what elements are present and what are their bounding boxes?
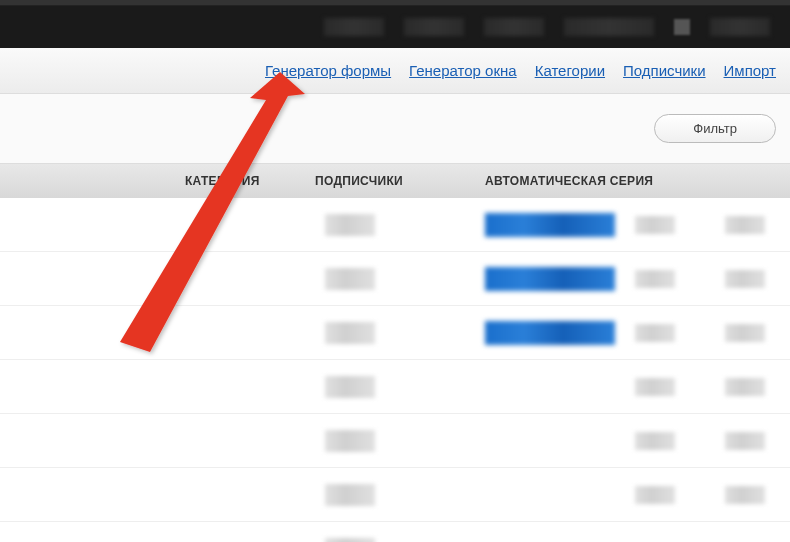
- table-row: [0, 522, 790, 542]
- header-blurred-item: [324, 18, 384, 36]
- blurred-cell: [635, 270, 675, 288]
- secondary-nav: Генератор формы Генератор окна Категории…: [0, 48, 790, 94]
- nav-link-window-generator[interactable]: Генератор окна: [409, 62, 517, 79]
- filter-bar: Фильтр: [0, 94, 790, 164]
- blurred-cell: [325, 430, 375, 452]
- blurred-cell: [635, 432, 675, 450]
- blurred-cell: [635, 216, 675, 234]
- app-header-dark: [0, 6, 790, 48]
- table-header-auto-series: АВТОМАТИЧЕСКАЯ СЕРИЯ: [485, 174, 790, 188]
- table-row: [0, 414, 790, 468]
- nav-link-form-generator[interactable]: Генератор формы: [265, 62, 391, 79]
- header-blurred-item: [404, 18, 464, 36]
- table-row: [0, 252, 790, 306]
- blurred-cell: [725, 486, 765, 504]
- table-header-category: КАТЕГОРИЯ: [185, 174, 315, 188]
- blurred-cell: [725, 378, 765, 396]
- header-blurred-item: [484, 18, 544, 36]
- blurred-cell: [725, 216, 765, 234]
- blurred-cell-blue: [485, 321, 615, 345]
- table-row: [0, 198, 790, 252]
- blurred-cell: [635, 324, 675, 342]
- table-header-subscribers: ПОДПИСЧИКИ: [315, 174, 485, 188]
- blurred-cell: [635, 378, 675, 396]
- blurred-cell: [725, 270, 765, 288]
- blurred-cell: [635, 486, 675, 504]
- blurred-cell: [325, 376, 375, 398]
- nav-link-categories[interactable]: Категории: [535, 62, 605, 79]
- blurred-cell: [725, 324, 765, 342]
- blurred-cell: [325, 268, 375, 290]
- filter-button[interactable]: Фильтр: [654, 114, 776, 143]
- header-blurred-item: [710, 18, 770, 36]
- blurred-cell-blue: [485, 213, 615, 237]
- header-blurred-item: [564, 18, 654, 36]
- blurred-cell: [325, 322, 375, 344]
- table-header-row: КАТЕГОРИЯ ПОДПИСЧИКИ АВТОМАТИЧЕСКАЯ СЕРИ…: [0, 164, 790, 198]
- nav-link-import[interactable]: Импорт: [724, 62, 776, 79]
- blurred-cell: [325, 484, 375, 506]
- blurred-cell: [725, 432, 765, 450]
- table-row: [0, 468, 790, 522]
- blurred-cell: [325, 214, 375, 236]
- table-row: [0, 306, 790, 360]
- table-row: [0, 360, 790, 414]
- nav-link-subscribers[interactable]: Подписчики: [623, 62, 706, 79]
- blurred-cell-blue: [485, 267, 615, 291]
- header-blurred-accent: [674, 19, 690, 35]
- blurred-cell: [325, 538, 375, 543]
- table-body: [0, 198, 790, 542]
